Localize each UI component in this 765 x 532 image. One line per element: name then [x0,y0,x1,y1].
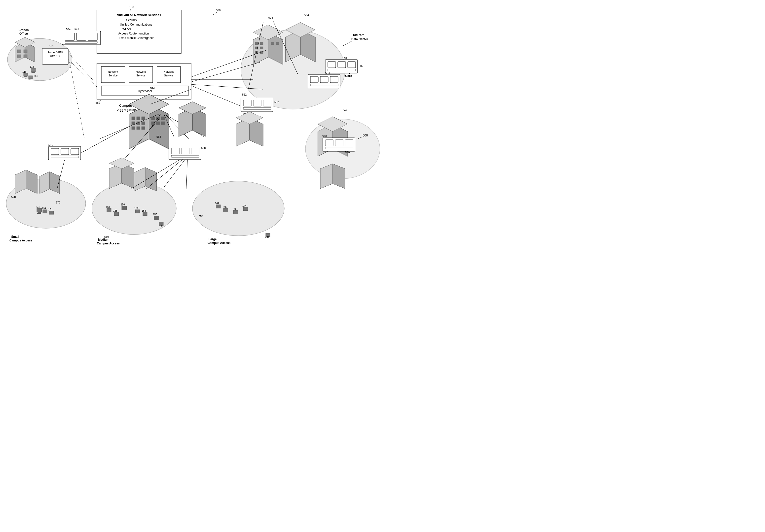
svg-text:510: 510 [49,45,53,48]
svg-text:144: 144 [242,204,247,207]
svg-rect-131 [263,100,271,106]
svg-text:WLAN: WLAN [122,27,131,31]
svg-rect-130 [253,100,261,106]
svg-text:594: 594 [343,57,347,60]
svg-rect-102 [132,127,135,130]
svg-text:590: 590 [322,135,327,138]
svg-text:146: 146 [233,208,237,210]
svg-text:Aggregation: Aggregation [117,108,136,112]
svg-rect-37 [24,55,27,58]
svg-text:588: 588 [201,146,206,149]
svg-rect-81 [338,62,346,68]
svg-rect-214 [233,210,238,214]
svg-text:146: 146 [223,206,227,208]
svg-rect-154 [325,147,353,149]
svg-text:586: 586 [48,143,53,146]
svg-rect-218 [243,207,248,211]
svg-rect-55 [24,76,27,77]
svg-point-4 [193,181,284,236]
svg-rect-191 [49,211,54,214]
svg-rect-132 [243,108,271,110]
svg-text:Branch: Branch [18,28,29,32]
svg-rect-109 [156,122,160,125]
svg-rect-103 [137,127,140,130]
svg-text:148: 148 [265,235,270,238]
svg-rect-99 [132,122,135,125]
svg-rect-110 [161,122,165,125]
svg-rect-185 [37,208,42,212]
svg-text:156: 156 [121,203,125,206]
svg-text:500: 500 [363,133,368,137]
svg-text:108: 108 [129,5,134,9]
svg-rect-88 [320,77,328,83]
svg-text:570: 570 [11,195,16,198]
svg-text:Campus Access: Campus Access [9,239,33,242]
svg-text:572: 572 [56,201,60,204]
svg-text:158: 158 [106,206,110,208]
svg-text:542: 542 [343,109,347,112]
svg-text:524: 524 [150,87,155,90]
svg-rect-64 [260,42,263,45]
svg-rect-54 [24,73,28,76]
svg-text:Virtualized Network Services: Virtualized Network Services [117,13,161,17]
svg-rect-80 [328,62,336,68]
svg-text:158: 158 [142,209,146,212]
svg-rect-96 [132,117,135,120]
svg-text:158: 158 [134,207,139,210]
svg-rect-180 [171,148,179,154]
svg-rect-197 [114,212,119,216]
svg-rect-101 [142,122,145,125]
svg-rect-97 [137,117,140,120]
svg-rect-187 [37,213,41,214]
svg-rect-129 [243,100,251,106]
svg-text:550: 550 [104,235,109,238]
svg-rect-177 [51,156,79,158]
svg-text:Service: Service [136,74,146,77]
svg-rect-205 [154,216,159,220]
svg-text:Small: Small [11,235,19,238]
svg-text:504: 504 [325,72,330,75]
svg-rect-46 [77,33,86,40]
svg-rect-83 [328,69,356,71]
svg-text:156: 156 [153,213,157,216]
svg-rect-47 [88,33,97,40]
svg-rect-199 [135,210,140,213]
svg-text:Core: Core [345,74,352,78]
svg-text:Campus Access: Campus Access [97,242,120,245]
svg-text:Service: Service [164,74,173,77]
svg-rect-90 [311,84,338,86]
svg-rect-176 [71,148,79,154]
svg-text:160: 160 [158,225,163,227]
svg-text:Unified Communications: Unified Communications [120,23,152,26]
svg-rect-212 [224,208,228,212]
svg-rect-69 [271,42,274,45]
svg-rect-45 [65,33,75,40]
svg-text:114: 114 [34,75,38,78]
svg-text:116: 116 [22,71,27,73]
svg-text:Security: Security [126,18,137,22]
svg-text:Campus: Campus [119,104,132,108]
svg-rect-48 [65,41,97,43]
svg-rect-186 [38,212,41,213]
svg-rect-189 [43,210,47,213]
svg-text:504: 504 [305,14,309,17]
svg-text:Large: Large [209,237,217,241]
svg-rect-107 [161,117,165,120]
svg-rect-87 [311,77,318,83]
svg-text:554: 554 [199,215,203,218]
svg-rect-201 [143,212,147,216]
svg-text:174: 174 [36,206,40,208]
svg-text:Network: Network [108,70,118,73]
svg-rect-52 [32,72,35,73]
svg-text:144: 144 [215,202,219,205]
svg-text:592: 592 [274,101,279,104]
svg-rect-183 [171,155,199,157]
diagram-container: Virtualized Network Services Security Un… [0,0,382,266]
svg-rect-36 [17,55,21,58]
svg-text:118: 118 [30,66,34,68]
svg-text:Network: Network [164,70,174,73]
svg-rect-182 [191,148,199,154]
svg-text:522: 522 [242,93,247,96]
svg-rect-34 [17,50,21,53]
svg-text:Office: Office [19,32,28,36]
